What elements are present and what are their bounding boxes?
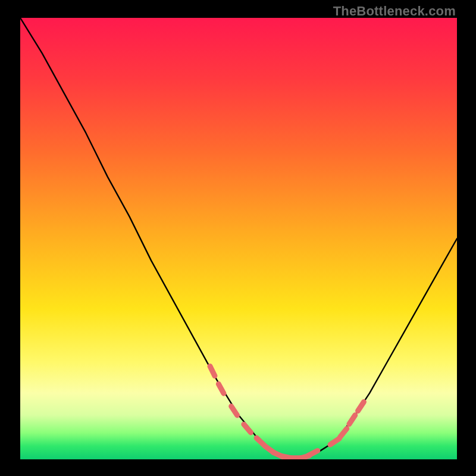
plot-area: [20, 18, 457, 459]
watermark-text: TheBottleneck.com: [333, 4, 456, 19]
curve-marker: [231, 406, 237, 415]
curve-marker: [210, 367, 215, 376]
curve-marker: [308, 451, 318, 456]
curve-marker: [218, 384, 224, 393]
curve-marker: [358, 402, 364, 411]
chart-svg: [20, 18, 457, 459]
chart-stage: TheBottleneck.com: [0, 0, 476, 476]
bottleneck-curve: [20, 18, 457, 458]
curve-marker: [244, 424, 251, 433]
curve-marker: [340, 428, 347, 437]
curve-marker: [349, 415, 355, 424]
curve-marker: [330, 439, 339, 444]
